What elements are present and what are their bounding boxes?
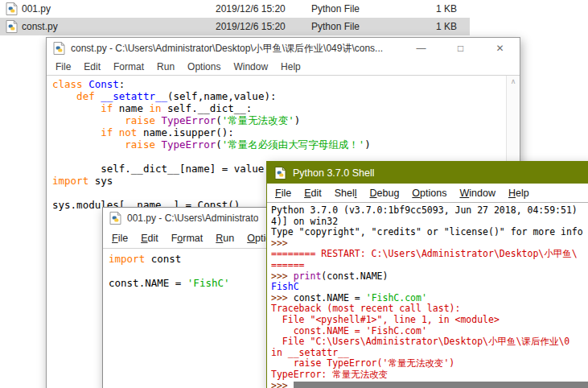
code-line: 4)] on win32	[271, 217, 588, 228]
menu-item-format[interactable]: Format	[165, 233, 210, 244]
code-token-plain	[113, 126, 119, 138]
code-token-plain: sys	[88, 175, 113, 187]
menu-item-run[interactable]: Run	[209, 233, 241, 244]
menu-item-run[interactable]: Run	[150, 61, 181, 72]
code-token-plain: const	[145, 253, 181, 265]
code-token-stdout: FishC	[271, 281, 299, 292]
python-window-icon	[274, 167, 286, 180]
minimize-button[interactable]: —	[401, 38, 441, 59]
code-token-keyword: raise	[125, 114, 155, 126]
code-token-keyword: class	[52, 78, 83, 90]
window-python-shell: Python 3.7.0 Shell FileEditShellDebugOpt…	[266, 161, 588, 388]
file-list: 001.py 2019/12/6 15:20 Python File 1 KB …	[0, 0, 588, 35]
menu-item-options[interactable]: Options	[181, 61, 227, 72]
file-name: const.py	[22, 21, 58, 32]
code-line: ======== RESTART: C:\Users\Administrator…	[271, 249, 588, 260]
code-line: ======	[271, 260, 588, 271]
menu-item-options[interactable]: Options	[405, 188, 453, 199]
scroll-up-icon[interactable]: ∧	[507, 76, 520, 88]
code-line: File "<pyshell#1>", line 1, in <module>	[271, 315, 588, 326]
code-line: Python 3.7.0 (v3.7.0:1bf9cc5093, Jun 27 …	[271, 205, 588, 217]
code-token-prompt: >>>	[271, 292, 294, 303]
code-token-keyword: import	[109, 253, 145, 265]
code-token-stderr: ======	[271, 259, 305, 270]
file-date: 2019/12/6 15:20	[216, 3, 286, 14]
code-token-plain: self.__dict__:	[162, 102, 253, 114]
code-token-keyword: def	[76, 90, 95, 102]
file-row-constpy-selected[interactable]: const.py 2019/12/6 15:20 Python File 1 K…	[0, 18, 470, 35]
code-token-plain	[52, 90, 76, 102]
code-line: raise TypeError('常量无法改变')	[271, 358, 588, 369]
code-line: class Const:	[52, 78, 507, 90]
code-line: if name in self.__dict__:	[52, 102, 507, 114]
file-name: 001.py	[22, 3, 51, 14]
file-size: 1 KB	[402, 21, 457, 32]
code-token-string: '常量名必须由大写字母组成！'	[222, 138, 365, 151]
code-token-plain	[52, 102, 101, 114]
code-token-plain: Python 3.7.0 (v3.7.0:1bf9cc5093, Jun 27 …	[271, 204, 578, 216]
code-token-plain: const.NAME =	[294, 292, 366, 303]
python-file-icon	[6, 2, 18, 15]
const-editor-titlebar[interactable]: const.py - C:\Users\Administrator\Deskto…	[47, 38, 520, 59]
code-token-prompt: >>>	[271, 270, 294, 282]
file-date: 2019/12/6 15:20	[216, 21, 286, 32]
file-type: Python File	[311, 21, 360, 32]
code-token-builtin: TypeError	[161, 114, 216, 126]
code-token-prompt: >>>	[271, 380, 294, 388]
maximize-button[interactable]: □	[441, 38, 480, 59]
menu-item-help[interactable]: Help	[274, 61, 307, 72]
menu-item-file[interactable]: File	[49, 61, 77, 72]
code-token-plain	[52, 138, 125, 151]
code-token-plain: (	[216, 138, 222, 151]
file-row-001py[interactable]: 001.py 2019/12/6 15:20 Python File 1 KB	[0, 0, 588, 18]
desktop: 001.py 2019/12/6 15:20 Python File 1 KB …	[0, 0, 588, 388]
code-line: raise TypeError('常量无法改变')	[52, 114, 507, 126]
code-token-stderr: File "<pyshell#1>", line 1, in <module>	[271, 314, 500, 325]
menu-item-edit[interactable]: Edit	[134, 233, 165, 244]
code-token-plain: 4)] on win32	[271, 216, 338, 227]
menu-item-file[interactable]: File	[105, 233, 134, 244]
code-token-keyword: raise	[125, 138, 155, 151]
code-token-builtin: TypeError	[161, 138, 216, 151]
menu-item-edit[interactable]: Edit	[298, 188, 328, 199]
window-title: Python 3.7.0 Shell	[293, 167, 374, 179]
menu-item-format[interactable]: Format	[107, 61, 150, 72]
window-title: 001.py - C:\Users\Administrato	[127, 213, 258, 224]
menu-item-file[interactable]: File	[269, 188, 298, 199]
code-token-stderr: const.NAME = 'FishC.com'	[271, 325, 427, 336]
menu-item-window[interactable]: Window	[453, 188, 501, 199]
code-line: >>> print(const.NAME)	[271, 271, 588, 283]
menu-item-shell[interactable]: Shell	[328, 188, 364, 199]
menu-item-edit[interactable]: Edit	[77, 61, 107, 72]
code-token-keyword: in	[149, 102, 161, 114]
file-size: 1 KB	[402, 3, 457, 14]
shell-titlebar[interactable]: Python 3.7.0 Shell	[267, 162, 588, 184]
menu-item-help[interactable]: Help	[502, 188, 536, 199]
code-token-plain: const.NAME =	[109, 277, 187, 289]
code-token-stderr: raise TypeError('常量无法改变')	[271, 357, 454, 369]
const-editor-menubar: FileEditFormatRunOptionsWindowHelp	[47, 59, 520, 76]
code-token-stderr: File "C:\Users\Administrator\Desktop\小甲鱼…	[271, 336, 569, 347]
code-line: Traceback (most recent call last):	[271, 303, 588, 315]
python-file-icon	[6, 20, 18, 33]
shell-output[interactable]: Python 3.7.0 (v3.7.0:1bf9cc5093, Jun 27 …	[267, 203, 588, 388]
code-token-definition: Const	[88, 78, 119, 90]
code-line: Type "copyright", "credits" or "license(…	[271, 227, 588, 238]
code-token-string: 'FishC'	[187, 277, 230, 289]
window-title: const.py - C:\Users\Administrator\Deskto…	[71, 42, 383, 56]
code-token-plain: Type "copyright", "credits" or "license(…	[271, 226, 583, 237]
code-line: if not name.isupper():	[52, 126, 507, 138]
code-line: File "C:\Users\Administrator\Desktop\小甲鱼…	[271, 336, 588, 348]
close-button[interactable]: ✕	[480, 38, 520, 59]
code-line: raise TypeError('常量名必须由大写字母组成！')	[52, 138, 507, 151]
code-token-keyword: not	[119, 126, 138, 138]
code-token-stderr: Traceback (most recent call last):	[271, 303, 460, 314]
code-token-prompt: >>>	[271, 237, 294, 249]
code-token-stderr: TypeError: 常量无法改变	[271, 369, 388, 380]
menu-item-debug[interactable]: Debug	[364, 188, 406, 199]
code-token-plain: (	[216, 114, 222, 126]
code-token-stderr: in __setattr__	[271, 347, 349, 358]
code-token-plain: name	[113, 102, 149, 114]
menu-item-window[interactable]: Window	[227, 61, 274, 72]
code-token-builtin: print	[294, 270, 322, 282]
